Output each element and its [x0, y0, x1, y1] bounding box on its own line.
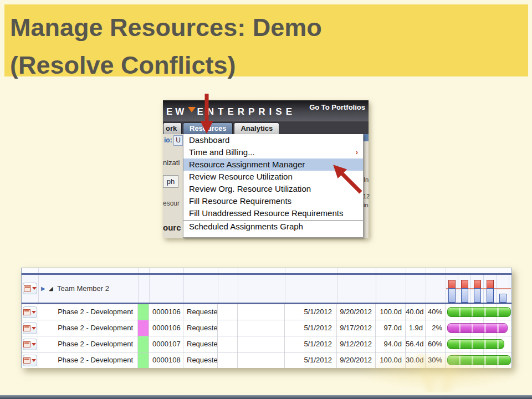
- column-divider: [149, 275, 150, 303]
- row-menu-button[interactable]: [22, 320, 38, 336]
- column-divider: [337, 275, 337, 303]
- total-days-cell: 100.0d: [376, 304, 406, 320]
- allocated-days-cell: 1.9d: [406, 320, 426, 336]
- gantt-cell: [446, 336, 511, 352]
- table-top-strip: [22, 268, 511, 275]
- column-divider: [285, 275, 285, 303]
- menu-item-label: Resource Assignment Manager: [189, 160, 305, 169]
- clipped-blue-bar: [363, 134, 369, 141]
- utilization-bar: [487, 280, 494, 303]
- menu-item-label: Dashboard: [189, 135, 229, 145]
- menu-item-review-org-resource-utilization[interactable]: Review Org. Resource Utilization: [183, 183, 363, 195]
- phase-cell: Phase 2 - Development: [38, 304, 138, 320]
- tab-work[interactable]: ork: [163, 122, 182, 134]
- empty-cell: [238, 304, 285, 320]
- slide-title-line1: Manage Resources: Demo: [10, 9, 322, 47]
- color-swatch: [138, 352, 149, 368]
- status-cell: Requested: [183, 304, 218, 320]
- color-swatch: [138, 320, 149, 336]
- slide-title: Manage Resources: Demo (Resolve Conflict…: [10, 9, 322, 85]
- collapse-tree-icon[interactable]: ◢: [49, 285, 53, 291]
- expand-arrow-icon[interactable]: ▶: [41, 285, 45, 291]
- allocation-segment: [487, 288, 494, 303]
- empty-cell: [238, 352, 285, 368]
- clipped-resources-heading: ourc: [163, 223, 181, 232]
- id-cell: 0000106: [149, 320, 183, 336]
- gantt-bar: [447, 339, 504, 349]
- status-cell: Requested: [183, 336, 218, 352]
- percent-cell: 2%: [426, 320, 446, 336]
- dropdown-caret-icon: [32, 311, 36, 314]
- empty-cell: [218, 304, 238, 320]
- go-to-portfolios-link[interactable]: Go To Portfolios: [309, 103, 365, 111]
- tab-analytics[interactable]: Analytics: [234, 122, 279, 134]
- dropdown-caret-icon: [32, 343, 36, 346]
- row-menu-button[interactable]: [22, 336, 38, 352]
- start-date-cell: 5/1/2012: [285, 304, 337, 320]
- percent-cell: 60%: [426, 336, 446, 352]
- table-row[interactable]: Phase 2 - Development 0000106 Requested …: [22, 320, 511, 336]
- id-cell: 0000106: [149, 304, 183, 320]
- menu-item-label: Time and Billing...: [189, 147, 255, 157]
- percent-cell: 40%: [426, 304, 446, 320]
- app-header: EW ENTERPRISE Go To Portfolios: [163, 100, 369, 121]
- app-tabbar: ork Resources Analytics: [163, 121, 369, 134]
- dropdown-caret-icon: [32, 359, 36, 362]
- menu-item-dashboard[interactable]: Dashboard: [183, 134, 363, 146]
- properties-icon: [23, 357, 30, 364]
- column-divider: [376, 268, 376, 273]
- properties-icon: [24, 285, 31, 291]
- id-cell: 0000108: [149, 352, 183, 368]
- finish-date-cell: 9/17/2012: [337, 320, 376, 336]
- group-row-team-member-2[interactable]: ▶ ◢ Team Member 2: [22, 275, 511, 304]
- start-date-cell: 5/1/2012: [285, 336, 337, 352]
- empty-cell: [238, 320, 285, 336]
- row-menu-button[interactable]: [22, 304, 38, 320]
- tab-resources[interactable]: Resources: [183, 122, 233, 134]
- menu-item-fill-unaddressed-resource-requirements[interactable]: Fill Unaddressed Resource Requirements: [183, 207, 363, 219]
- utilization-histogram: [446, 275, 511, 303]
- table-row[interactable]: Phase 2 - Development 0000107 Requested …: [22, 336, 511, 352]
- group-row-menu-button[interactable]: [22, 275, 38, 303]
- allocation-segment: [474, 288, 481, 303]
- row-menu-button[interactable]: [22, 352, 38, 368]
- table-row[interactable]: Phase 2 - Development 0000106 Requested …: [22, 304, 511, 320]
- properties-icon: [23, 341, 30, 347]
- menu-item-label: Review Resource Utilization: [189, 172, 293, 181]
- app-logo: EW ENTERPRISE: [166, 106, 296, 117]
- submenu-arrow-icon: ›: [356, 146, 358, 158]
- column-divider: [446, 268, 446, 273]
- dropdown-caret-icon: [32, 287, 37, 290]
- menu-item-label: Fill Unaddressed Resource Requirements: [189, 208, 343, 218]
- watermark: [349, 354, 515, 392]
- utilization-bar: [499, 294, 507, 303]
- gantt-bar: [447, 323, 508, 333]
- id-cell: 0000107: [149, 336, 183, 352]
- assignment-table: ▶ ◢ Team Member 2 Phase 2 - Development …: [21, 268, 512, 368]
- overallocation-segment: [461, 280, 468, 288]
- column-divider: [218, 275, 218, 303]
- menu-item-time-and-billing[interactable]: Time and Billing... ›: [183, 146, 363, 158]
- menu-item-label: Scheduled Assignments Graph: [189, 222, 303, 231]
- menu-item-review-resource-utilization[interactable]: Review Resource Utilization: [183, 171, 363, 183]
- slide-title-line2: (Resolve Conflicts): [10, 47, 322, 84]
- finish-date-cell: 9/20/2012: [337, 304, 376, 320]
- column-divider: [218, 268, 218, 273]
- column-divider: [426, 268, 426, 273]
- utilization-bar: [448, 280, 456, 303]
- allocated-days-cell: 40.0d: [406, 304, 426, 320]
- column-divider: [426, 275, 426, 303]
- menu-item-resource-assignment-manager[interactable]: Resource Assignment Manager: [183, 158, 363, 171]
- allocation-segment: [499, 294, 507, 303]
- column-divider: [38, 275, 39, 303]
- app-screenshot: EW ENTERPRISE Go To Portfolios ork Resou…: [163, 100, 369, 238]
- utilization-bar: [474, 280, 481, 303]
- gantt-cell: [446, 304, 511, 320]
- menu-item-scheduled-assignments-graph[interactable]: Scheduled Assignments Graph: [183, 220, 363, 233]
- gantt-cell: [446, 320, 511, 336]
- menu-item-fill-resource-requirements[interactable]: Fill Resource Requirements: [183, 195, 363, 207]
- column-divider: [183, 275, 184, 303]
- phase-cell: Phase 2 - Development: [38, 336, 138, 352]
- column-divider: [285, 268, 285, 273]
- column-divider: [406, 275, 406, 303]
